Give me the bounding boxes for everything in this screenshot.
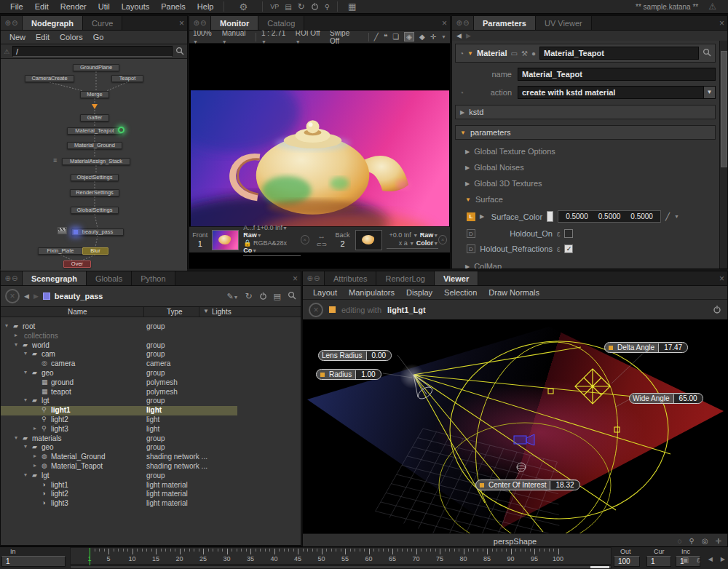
close-icon[interactable]: × [719, 18, 724, 28]
pane-plus-icon[interactable]: ⊕ [456, 19, 462, 27]
manipulator-badge-wide-angle[interactable]: Wide Angle65.00 [629, 393, 703, 404]
param-group-global-noises[interactable]: ▶Global Noises [455, 163, 716, 172]
action-dropdown[interactable]: create with kstd material ▼ [518, 86, 716, 99]
forward-arrow-icon[interactable]: ▶ [33, 293, 39, 300]
scenegraph-row-ground[interactable]: ▦groundpolymesh [1, 378, 301, 388]
slate-icon[interactable]: ▤ [285, 3, 291, 11]
breadcrumb[interactable]: beauty_pass [55, 292, 103, 301]
swipe-toggle[interactable]: Swipe Off [330, 29, 359, 45]
search-icon[interactable] [288, 291, 296, 301]
tab-viewer[interactable]: Viewer [435, 271, 478, 285]
aperture-icon[interactable]: ◎ [702, 537, 708, 545]
warning-icon[interactable]: ⚠ [708, 1, 716, 12]
scenegraph-row-materials[interactable]: ▾▰materialsgroup [1, 434, 301, 444]
front-color[interactable]: Co▼ [243, 247, 257, 254]
scenegraph-row-cam[interactable]: ▾▰camgroup [1, 350, 301, 359]
vw-menu-display[interactable]: Display [402, 287, 437, 298]
help-icon[interactable]: ◔ [459, 89, 464, 97]
scenegraph-row-geo[interactable]: ▾▰geogroup [1, 369, 301, 378]
close-icon[interactable]: × [179, 18, 184, 28]
scenegraph-column-header[interactable]: Name Type ▼ Lights [1, 307, 301, 317]
scenegraph-tree[interactable]: ▾▰rootgroup▸collections▾▰worldgroup▾▰cam… [1, 317, 301, 545]
menu-layouts[interactable]: Layouts [116, 1, 156, 12]
node-MaterialAssign_Stack[interactable]: MaterialAssign_Stack≡ [62, 158, 130, 165]
param-group-global-texture-options[interactable]: ▶Global Texture Options [455, 147, 716, 156]
tab-python[interactable]: Python [132, 271, 175, 285]
tab-renderlog[interactable]: RenderLog [376, 271, 434, 285]
aspect-ratio[interactable]: 1 : 2.71 ▼ [261, 29, 290, 45]
scenegraph-row-light2[interactable]: ◑light2light material [1, 490, 301, 499]
link-icon[interactable]: ⊂⊃ [316, 241, 327, 248]
chevron-down-icon[interactable]: ▼ [674, 214, 679, 219]
close-icon[interactable]: × [719, 274, 724, 284]
local-tag[interactable]: L [467, 212, 475, 221]
monitor-canvas[interactable]: Front 1 A...f 1+0.0 Inf▼ Raw▼ 🔒 RGBA&28x… [189, 44, 450, 255]
light-icon[interactable]: ⚲ [689, 537, 695, 545]
search-icon[interactable] [175, 47, 184, 57]
ng-menu-edit[interactable]: Edit [31, 32, 54, 42]
back-color[interactable]: Color▼ [416, 239, 438, 247]
back-raw[interactable]: Raw▼ [420, 231, 438, 239]
slate-icon[interactable]: ▤ [274, 292, 281, 301]
refresh-icon[interactable]: ↻ [245, 291, 253, 301]
annotation-icon[interactable]: ❝ [384, 33, 387, 41]
manipulator-badge-center-of-interest[interactable]: Center Of Interest18.32 [475, 480, 580, 490]
default-tag[interactable]: D [467, 244, 475, 253]
back-arrow-icon[interactable]: ◀ [24, 293, 29, 300]
crosshair-icon[interactable]: ✛ [430, 33, 436, 41]
tab-scenegraph[interactable]: Scenegraph [23, 271, 87, 285]
menu-panels[interactable]: Panels [155, 1, 191, 12]
node-GlobalSettings[interactable]: GlobalSettings [71, 207, 119, 214]
current-frame-field[interactable]: 1 [646, 556, 671, 567]
close-icon[interactable]: × [442, 18, 447, 28]
node-Material_Ground[interactable]: Material_Ground [67, 142, 122, 149]
expander-icon[interactable]: ▼ [467, 50, 473, 57]
swatches-icon[interactable]: ◆ [419, 33, 425, 41]
out-frame-field[interactable]: 100 [614, 556, 640, 567]
pane-menu-icon[interactable]: ⊖ [200, 19, 206, 27]
layers-icon[interactable]: ❏ [392, 33, 399, 41]
node-name-field[interactable]: Material_Teapot [539, 47, 699, 60]
scenegraph-row-light1[interactable]: ⚲light1light [1, 406, 301, 415]
expander-icon[interactable]: ▾ [24, 369, 27, 375]
menu-file[interactable]: File [4, 1, 29, 12]
scenegraph-row-Material_Ground[interactable]: ▸◍Material_Groundshading network ... [1, 453, 301, 462]
scenegraph-row-Material_Teapot[interactable]: ▸◍Material_Teapotshading network ... [1, 462, 301, 471]
scrollbar-thumb[interactable] [721, 51, 727, 167]
clear-selection-icon[interactable]: × [309, 303, 323, 317]
tab-parameters[interactable]: Parameters [474, 16, 536, 30]
tab-nodegraph[interactable]: Nodegraph [23, 16, 83, 30]
node-Gaffer[interactable]: Gaffer [80, 114, 109, 122]
ng-menu-new[interactable]: New [5, 32, 30, 42]
pane-menu-icon[interactable]: ⊖ [12, 19, 17, 27]
vw-menu-manipulators[interactable]: Manipulators [344, 287, 399, 298]
node-beauty_pass[interactable]: beauty_pass [71, 228, 124, 236]
chevron-down-icon[interactable]: ▼ [441, 34, 446, 39]
pane-plus-icon[interactable]: ⊕ [307, 274, 313, 282]
refresh-icon[interactable]: ↻ [298, 1, 305, 12]
expander-icon[interactable]: ▸ [15, 332, 17, 338]
color-values-field[interactable]: 0.5000 0.5000 0.5000 [558, 210, 661, 223]
crosshair-icon[interactable]: ✛ [716, 537, 721, 545]
node-Blur[interactable]: Blur [82, 247, 108, 255]
gear-icon[interactable]: ⚙ [239, 1, 248, 12]
scenegraph-row-teapot[interactable]: ▦teapotpolymesh [1, 388, 301, 397]
power-icon[interactable] [311, 2, 319, 12]
panel-controls[interactable]: ⊕⊖ [452, 16, 474, 30]
pane-plus-icon[interactable]: ⊕ [5, 274, 11, 282]
pixel-probe-icon[interactable]: ◈ [404, 32, 414, 41]
set-key-icon[interactable]: ε [697, 556, 700, 564]
camera-name[interactable]: perspShape [303, 537, 727, 546]
menu-util[interactable]: Util [92, 1, 116, 12]
search-icon[interactable] [703, 48, 711, 58]
tab-attributes[interactable]: Attributes [325, 271, 376, 285]
node-Material_Teapot[interactable]: Material_Teapot [67, 127, 122, 135]
back-clear-icon[interactable]: × [438, 235, 447, 244]
expander-icon[interactable]: ▾ [5, 322, 8, 329]
render-slate-icon[interactable]: ▦ [348, 1, 356, 12]
scenegraph-row-camera[interactable]: ◎cameracamera [1, 359, 301, 369]
tab-uv-viewer[interactable]: UV Viewer [536, 16, 592, 30]
in-frame-field[interactable]: 1 [1, 556, 66, 567]
tab-curve[interactable]: Curve [83, 16, 122, 30]
node-ObjectSettings[interactable]: ObjectSettings [71, 174, 119, 181]
